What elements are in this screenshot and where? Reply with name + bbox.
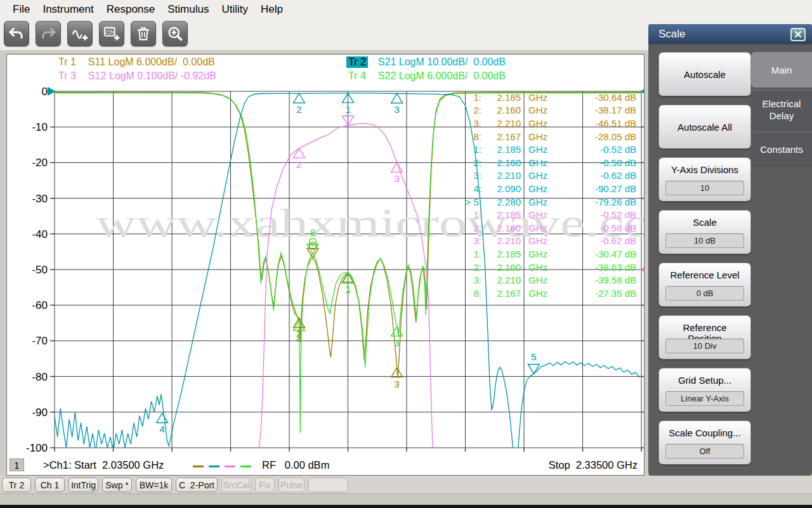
svg-text:5: 5 [531, 351, 537, 362]
marker-readout-row: 1:2.185GHz-0.52 dB [451, 143, 636, 156]
menu-item-instrument[interactable]: Instrument [36, 3, 100, 16]
window-chrome-bottom [0, 493, 812, 505]
marker-number: 3: [451, 275, 481, 285]
grid-setup-button[interactable]: Grid Setup...Linear Y-Axis [658, 368, 751, 412]
status-swp--button[interactable]: Swp * [102, 478, 132, 492]
marker-value: -0.62 dB [570, 170, 636, 181]
scale-button[interactable]: Scale10 dB [658, 210, 751, 254]
marker-value: -79.26 dB [570, 197, 636, 207]
marker-readout-row: 1:2.185GHz-0.52 dB [451, 208, 636, 221]
marker-value: -27.35 dB [570, 288, 636, 299]
trace-title-tr3[interactable]: Tr 3S12 LogM 0.100dB/ -0.92dB [56, 70, 216, 82]
close-icon[interactable] [790, 28, 806, 41]
y-axis-divisions-button[interactable]: Y-Axis Divisions10 [658, 157, 751, 202]
menu-item-response[interactable]: Response [100, 3, 162, 16]
trace-scale-text-tr2: S21 LogM 10.00dB/ 0.00dB [378, 56, 506, 68]
marker-frequency: 2.160GHz [481, 262, 570, 273]
zoom-in-button[interactable] [162, 21, 188, 46]
status-ch-1-button[interactable]: Ch 1 [35, 478, 65, 492]
reference-level-button[interactable]: Reference Level0 dB [658, 263, 751, 307]
autoscale-button[interactable]: Autoscale [658, 52, 751, 96]
marker-value: -46.51 dB [570, 118, 636, 129]
softkey-label: Grid Setup... [659, 375, 750, 386]
scale-value[interactable]: 10 dB [665, 233, 744, 248]
y-axis-divisions-value[interactable]: 10 [665, 181, 744, 195]
status-tr-2-button[interactable]: Tr 2 [2, 478, 31, 492]
y-axis-tick-label: -70 [32, 335, 48, 347]
marker-value: -0.52 dB [570, 144, 636, 155]
reference-level-arrow-tr2[interactable] [640, 87, 645, 96]
status-c-2-port-button[interactable]: C 2-Port [176, 478, 218, 492]
channel-window: 0-10-20-30-40-50-60-70-80-90-100www.xahx… [6, 54, 645, 476]
marker-frequency: 2.185GHz [481, 144, 570, 155]
svg-text:3: 3 [394, 104, 400, 115]
svg-text:Ch: Ch [105, 29, 114, 36]
marker-number: 2: [451, 157, 481, 168]
status-inttrig-button[interactable]: IntTrig [69, 478, 98, 492]
svg-text:1: 1 [345, 104, 351, 115]
scale-softkey-panel: Scale AutoscaleAutoscale AllY-Axis Divis… [648, 24, 812, 478]
status-bw-1k-button[interactable]: BW=1k [136, 478, 172, 492]
menu-item-utility[interactable]: Utility [215, 3, 254, 16]
svg-text:2: 2 [296, 159, 302, 170]
grid-setup-value[interactable]: Linear Y-Axis [665, 391, 744, 406]
trace-selector-tr4[interactable]: Tr 4 [346, 70, 368, 82]
scale-coupling-value[interactable]: Off [665, 444, 744, 459]
marker-readout-row: 2:2.160GHz-0.58 dB [451, 156, 636, 169]
delete-button[interactable] [131, 21, 156, 46]
add-trace-button[interactable] [67, 21, 93, 46]
menu-item-help[interactable]: Help [254, 3, 289, 16]
y-axis-tick-label: -40 [32, 228, 48, 240]
marker-value: -30.47 dB [570, 249, 636, 259]
add-channel-button[interactable]: Ch [99, 21, 124, 46]
softkey-label: Scale Coupling... [659, 427, 750, 438]
tab-main[interactable]: Main [751, 52, 812, 88]
trace-selector-tr3[interactable]: Tr 3 [56, 70, 78, 82]
tab-electrical-delay[interactable]: Electrical Delay [751, 90, 812, 129]
status-empty-button [308, 478, 348, 492]
trace-color-key-tr4 [240, 466, 251, 467]
marker-frequency: 2.160GHz [481, 157, 570, 168]
marker-frequency: 2.167GHz [481, 131, 570, 142]
marker-readout-row: 3:2.210GHz-0.62 dB [451, 235, 636, 248]
marker-frequency: 2.090GHz [481, 183, 570, 194]
marker-frequency: 2.210GHz [481, 170, 570, 181]
trace-title-tr4[interactable]: Tr 4S22 LogM 6.000dB/ 0.00dB [346, 70, 506, 82]
reference-level-arrow-tr3[interactable] [640, 265, 645, 274]
trace-title-tr1[interactable]: Tr 1S11 LogM 6.000dB/ 0.00dB [56, 56, 215, 68]
svg-text:2: 2 [296, 332, 302, 342]
scale-coupling-button[interactable]: Scale Coupling...Off [658, 420, 751, 465]
rf-power-label: RF 0.00 dBm [262, 459, 329, 471]
reference-position-value[interactable]: 10 Div [665, 339, 744, 353]
trace-selector-tr1[interactable]: Tr 1 [56, 56, 78, 68]
trace-color-key-tr1 [193, 466, 204, 467]
menu-item-stimulus[interactable]: Stimulus [161, 3, 215, 16]
marker-value: -0.62 dB [570, 235, 636, 246]
menu-item-file[interactable]: File [6, 3, 36, 16]
trace-title-tr2[interactable]: Tr 2S21 LogM 10.00dB/ 0.00dB [346, 56, 506, 68]
y-axis-tick-label: -80 [32, 371, 48, 383]
reference-position-button[interactable]: Reference Position10 Div [658, 315, 751, 360]
marker-value: -0.58 dB [570, 223, 636, 233]
marker-number: 2: [451, 105, 481, 115]
marker-3-tr2[interactable]: 3 [391, 93, 403, 115]
marker-number: 4: [451, 183, 481, 194]
marker-number: 1: [451, 209, 481, 220]
reference-level-value[interactable]: 0 dB [665, 286, 744, 301]
marker-number: 1: [451, 144, 481, 155]
marker-number: 1: [451, 92, 481, 103]
marker-frequency: 2.185GHz [481, 249, 570, 259]
svg-text:3: 3 [394, 337, 400, 348]
trace-selector-tr2[interactable]: Tr 2 [346, 56, 368, 68]
svg-text:8: 8 [310, 227, 316, 238]
tab-constants[interactable]: Constants [751, 132, 812, 166]
marker-value: -38.17 dB [570, 105, 636, 115]
status-fix-button: Fix [255, 478, 275, 492]
autoscale-all-button[interactable]: Autoscale All [658, 105, 751, 149]
y-axis-tick-label: -30 [32, 193, 48, 205]
undo-button[interactable] [4, 21, 29, 46]
marker-2-tr2[interactable]: 2 [293, 93, 304, 115]
marker-readout-row: 4:2.090GHz-90.27 dB [451, 182, 636, 195]
marker-frequency: 2.167GHz [481, 288, 570, 299]
add-channel-icon: Ch [103, 25, 121, 42]
